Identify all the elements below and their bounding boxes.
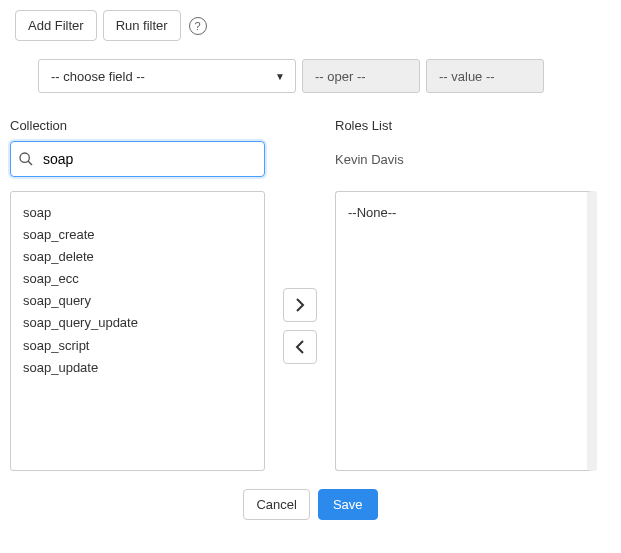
collection-label: Collection <box>10 118 265 133</box>
svg-point-0 <box>20 153 29 162</box>
add-filter-button[interactable]: Add Filter <box>15 10 97 41</box>
svg-line-1 <box>28 161 32 165</box>
collection-search-input[interactable] <box>10 141 265 177</box>
search-wrapper <box>10 141 265 177</box>
list-item[interactable]: soap_script <box>23 335 252 357</box>
field-select-label: -- choose field -- <box>51 69 145 84</box>
roles-listbox[interactable]: --None-- <box>335 191 597 471</box>
list-item-none[interactable]: --None-- <box>348 202 575 224</box>
move-right-button[interactable] <box>283 288 317 322</box>
operator-placeholder: -- oper -- <box>315 69 366 84</box>
move-buttons-column <box>275 118 325 364</box>
list-item[interactable]: soap_update <box>23 357 252 379</box>
save-button[interactable]: Save <box>318 489 378 520</box>
footer-actions: Cancel Save <box>10 489 611 520</box>
list-item[interactable]: soap_delete <box>23 246 252 268</box>
help-icon[interactable]: ? <box>189 17 207 35</box>
roles-user-name: Kevin Davis <box>335 152 404 167</box>
roles-user-row: Kevin Davis <box>335 141 597 177</box>
collection-listbox[interactable]: soap soap_create soap_delete soap_ecc so… <box>10 191 265 471</box>
collection-column: Collection soap soap_create soap_delete … <box>10 118 265 471</box>
list-item[interactable]: soap_create <box>23 224 252 246</box>
operator-field: -- oper -- <box>302 59 420 93</box>
filter-condition-row: -- choose field -- ▼ -- oper -- -- value… <box>38 59 611 93</box>
cancel-button[interactable]: Cancel <box>243 489 309 520</box>
move-left-button[interactable] <box>283 330 317 364</box>
value-placeholder: -- value -- <box>439 69 495 84</box>
filter-toolbar: Add Filter Run filter ? <box>15 10 611 41</box>
roles-list-label: Roles List <box>335 118 597 133</box>
dual-list-container: Collection soap soap_create soap_delete … <box>10 118 611 471</box>
list-item[interactable]: soap <box>23 202 252 224</box>
search-icon <box>18 151 34 167</box>
roles-column: Roles List Kevin Davis --None-- <box>335 118 597 471</box>
list-item[interactable]: soap_query_update <box>23 312 252 334</box>
field-select[interactable]: -- choose field -- ▼ <box>38 59 296 93</box>
list-item[interactable]: soap_ecc <box>23 268 252 290</box>
value-field: -- value -- <box>426 59 544 93</box>
chevron-right-icon <box>295 298 305 312</box>
list-item[interactable]: soap_query <box>23 290 252 312</box>
chevron-down-icon: ▼ <box>275 71 285 82</box>
chevron-left-icon <box>295 340 305 354</box>
run-filter-button[interactable]: Run filter <box>103 10 181 41</box>
